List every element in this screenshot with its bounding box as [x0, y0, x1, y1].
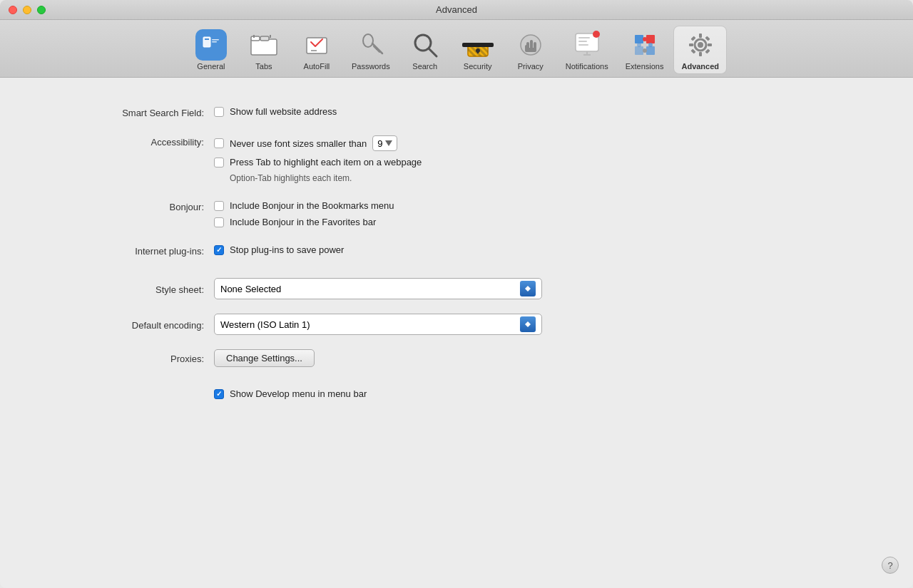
svg-point-49: [648, 43, 653, 47]
traffic-lights: [9, 6, 46, 14]
default-encoding-dropdown[interactable]: Western (ISO Latin 1): [214, 314, 542, 335]
privacy-icon: [515, 29, 546, 61]
tab-autofill[interactable]: AutoFill: [292, 26, 342, 73]
bonjour-favorites-row: Include Bonjour in the Favorites bar: [214, 217, 394, 227]
extensions-icon: [629, 29, 660, 61]
svg-rect-3: [212, 39, 219, 41]
proxies-row: Proxies: Change Settings...: [0, 349, 913, 367]
window: Advanced General: [0, 0, 913, 588]
svg-line-17: [429, 48, 437, 56]
svg-rect-53: [699, 33, 702, 38]
bonjour-controls: Include Bonjour in the Bookmarks menu In…: [214, 200, 394, 227]
smart-search-controls: Show full website address: [214, 106, 337, 117]
svg-rect-6: [251, 36, 260, 41]
stop-plugins-checkbox[interactable]: [214, 245, 224, 255]
default-encoding-stepper-icon: [524, 320, 531, 329]
default-encoding-value: Western (ISO Latin 1): [220, 319, 310, 330]
show-full-address-label: Show full website address: [230, 106, 337, 117]
svg-rect-5: [251, 39, 277, 55]
tab-advanced[interactable]: Advanced: [673, 26, 727, 74]
never-small-fonts-checkbox[interactable]: [214, 138, 224, 148]
svg-rect-2: [205, 38, 209, 40]
tab-passwords-label: Passwords: [352, 62, 390, 71]
smart-search-field-label: Smart Search Field:: [57, 106, 214, 118]
style-sheet-value: None Selected: [220, 284, 281, 294]
general-icon: [195, 29, 227, 61]
stop-plugins-label: Stop plug-ins to save power: [230, 244, 344, 255]
develop-menu-label: Show Develop menu in menu bar: [230, 388, 367, 399]
tab-general[interactable]: General: [186, 26, 236, 73]
svg-rect-46: [646, 46, 655, 55]
accessibility-hint: Option-Tab highlights each item.: [230, 173, 422, 183]
svg-rect-4: [212, 41, 217, 43]
tab-passwords[interactable]: Passwords: [345, 26, 397, 73]
develop-menu-checkbox[interactable]: [214, 389, 224, 399]
tab-notifications-label: Notifications: [566, 62, 608, 71]
svg-rect-8: [253, 35, 255, 38]
toolbar: General Tabs: [0, 20, 913, 78]
tab-notifications[interactable]: Notifications: [558, 26, 616, 73]
search-icon: [409, 29, 441, 61]
internet-plugins-controls: Stop plug-ins to save power: [214, 244, 344, 255]
default-encoding-row: Default encoding: Western (ISO Latin 1): [0, 314, 913, 335]
proxies-label: Proxies:: [57, 352, 214, 364]
svg-rect-30: [462, 43, 494, 46]
accessibility-label: Accessibility:: [57, 135, 214, 148]
tab-extensions[interactable]: Extensions: [618, 26, 671, 73]
tabs-icon: [248, 29, 280, 61]
font-size-select[interactable]: 9: [372, 135, 397, 151]
smart-search-field-row: Smart Search Field: Show full website ad…: [0, 106, 913, 118]
never-small-fonts-label: Never use font sizes smaller than: [230, 138, 367, 149]
press-tab-checkbox[interactable]: [214, 158, 224, 167]
svg-rect-39: [578, 41, 587, 42]
accessibility-row: Accessibility: Never use font sizes smal…: [0, 135, 913, 183]
svg-rect-7: [260, 36, 269, 41]
bonjour-row: Bonjour: Include Bonjour in the Bookmark…: [0, 200, 913, 227]
show-full-address-checkbox[interactable]: [214, 107, 224, 117]
help-button[interactable]: ?: [882, 557, 899, 574]
change-settings-button[interactable]: Change Settings...: [214, 349, 315, 367]
tab-extensions-label: Extensions: [626, 62, 664, 71]
bonjour-label: Bonjour:: [57, 200, 214, 212]
svg-rect-38: [578, 37, 590, 38]
bonjour-favorites-checkbox[interactable]: [214, 217, 224, 227]
window-title: Advanced: [436, 4, 477, 15]
bonjour-bookmarks-row: Include Bonjour in the Bookmarks menu: [214, 200, 394, 211]
notifications-icon: [571, 29, 603, 61]
title-bar: Advanced: [0, 0, 913, 20]
tab-tabs[interactable]: Tabs: [239, 26, 289, 73]
develop-menu-option: Show Develop menu in menu bar: [214, 388, 367, 399]
bonjour-favorites-label: Include Bonjour in the Favorites bar: [230, 217, 376, 227]
font-size-row: Never use font sizes smaller than 9: [214, 135, 422, 151]
develop-menu-row: Show Develop menu in menu bar: [0, 388, 913, 399]
svg-point-48: [637, 43, 641, 47]
close-button[interactable]: [9, 6, 17, 14]
tab-search[interactable]: Search: [400, 26, 450, 73]
content-area: Smart Search Field: Show full website ad…: [0, 78, 913, 588]
accessibility-controls: Never use font sizes smaller than 9 Pres…: [214, 135, 422, 183]
style-sheet-dropdown[interactable]: None Selected: [214, 278, 542, 299]
stop-plugins-row: Stop plug-ins to save power: [214, 244, 344, 255]
tab-general-label: General: [197, 62, 225, 71]
maximize-button[interactable]: [37, 6, 46, 14]
tab-security-label: Security: [464, 62, 492, 71]
svg-rect-60: [705, 48, 710, 53]
tab-security[interactable]: Security: [453, 26, 503, 73]
bonjour-bookmarks-checkbox[interactable]: [214, 201, 224, 211]
svg-point-50: [643, 48, 647, 53]
svg-line-13: [372, 43, 382, 53]
autofill-icon: [301, 29, 332, 61]
style-sheet-stepper-icon: [524, 284, 531, 293]
minimize-button[interactable]: [23, 6, 31, 14]
svg-point-47: [643, 37, 647, 41]
svg-rect-57: [690, 36, 695, 41]
svg-rect-36: [525, 48, 536, 52]
tab-privacy[interactable]: Privacy: [506, 26, 556, 73]
press-tab-label: Press Tab to highlight each item on a we…: [230, 157, 422, 167]
style-sheet-arrows: [520, 281, 536, 296]
svg-rect-9: [270, 35, 271, 38]
svg-rect-58: [705, 36, 710, 41]
default-encoding-label: Default encoding:: [57, 319, 214, 331]
font-size-dropdown-arrow: [385, 140, 392, 146]
bonjour-bookmarks-label: Include Bonjour in the Bookmarks menu: [230, 200, 394, 211]
